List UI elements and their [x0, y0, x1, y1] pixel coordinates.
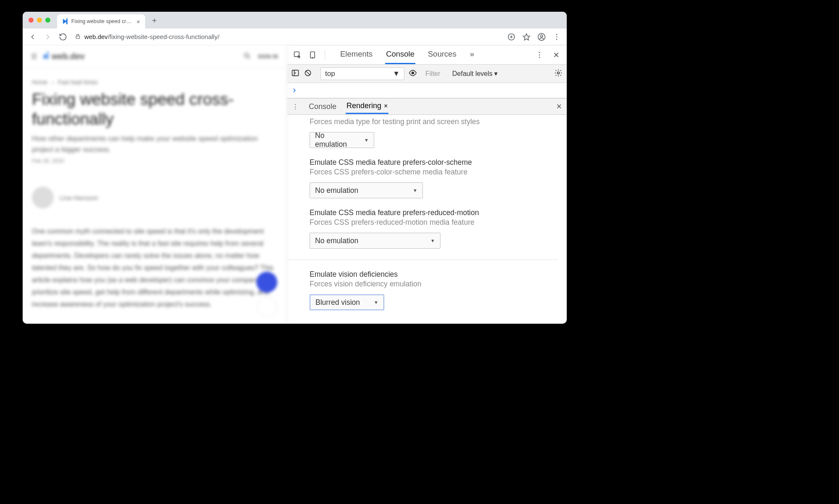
log-levels-select[interactable]: Default levels ▾: [452, 70, 498, 78]
author-name: Lina Hansson: [60, 194, 98, 201]
chevron-down-icon: ▼: [364, 138, 369, 143]
vision-deficiency-sub: Forces vision deficiency emulation: [310, 280, 558, 288]
sign-in-button[interactable]: SIGN IN: [258, 54, 278, 60]
chevron-down-icon: ▼: [430, 238, 435, 243]
bookmark-button[interactable]: [520, 30, 533, 44]
svg-point-20: [558, 72, 560, 74]
tab-sources[interactable]: Sources: [427, 45, 457, 64]
devtools-menu-icon[interactable]: [533, 49, 546, 61]
profile-button[interactable]: [535, 30, 548, 44]
chevron-down-icon: ▼: [413, 188, 417, 193]
execution-context-select[interactable]: top ▼: [320, 68, 404, 80]
drawer-tab-rendering[interactable]: Rendering ×: [346, 99, 388, 114]
chrome-menu-button[interactable]: [550, 30, 563, 44]
tab-console[interactable]: Console: [385, 45, 415, 64]
device-toolbar-icon[interactable]: [306, 49, 319, 61]
live-expression-icon[interactable]: [409, 69, 417, 79]
vision-deficiency-title: Emulate vision deficiencies: [310, 270, 558, 279]
media-type-sub: Forces media type for testing print and …: [310, 117, 558, 126]
media-type-value: No emulation: [315, 131, 357, 149]
breadcrumb-current[interactable]: Fast load times: [58, 79, 98, 86]
prefers-reduced-motion-sub: Forces CSS prefers-reduced-motion media …: [310, 218, 558, 227]
reload-button[interactable]: [56, 30, 70, 44]
url-domain: web.dev: [84, 33, 108, 40]
devtools-panel: Elements Console Sources » × top ▼: [287, 45, 567, 324]
drawer-tabbar: ⋮ Console Rendering × ×: [287, 98, 567, 115]
drawer-menu-icon[interactable]: ⋮: [292, 103, 300, 111]
svg-marker-16: [295, 72, 296, 73]
back-button[interactable]: [26, 30, 39, 44]
author-block: Lina Hansson: [23, 164, 287, 217]
close-drawer-tab-icon[interactable]: ×: [384, 102, 388, 110]
console-settings-icon[interactable]: [554, 69, 563, 79]
install-pwa-button[interactable]: [505, 30, 518, 44]
share-fab[interactable]: [256, 272, 277, 293]
lock-icon: [75, 33, 81, 41]
prefers-reduced-motion-select[interactable]: No emulation ▼: [310, 233, 440, 249]
vision-deficiency-select[interactable]: Blurred vision ▼: [310, 294, 384, 310]
forward-button[interactable]: [41, 30, 55, 44]
chevron-right-icon: ›: [52, 79, 54, 86]
favicon: [62, 18, 68, 24]
more-tabs-icon[interactable]: »: [469, 45, 475, 64]
close-devtools-icon[interactable]: ×: [550, 49, 563, 61]
svg-point-4: [556, 34, 558, 35]
avatar: [32, 187, 54, 208]
devtools-main-tabs: Elements Console Sources »: [339, 45, 475, 64]
chrome-tabbar: Fixing website speed cross-fun × ＋: [23, 12, 567, 29]
console-sidebar-toggle-icon[interactable]: [291, 69, 300, 79]
prefers-color-scheme-select[interactable]: No emulation ▼: [310, 182, 423, 198]
prefers-color-scheme-sub: Forces CSS prefers-color-scheme media fe…: [310, 168, 558, 177]
svg-point-7: [245, 53, 249, 57]
prefers-reduced-motion-title: Emulate CSS media feature prefers-reduce…: [310, 208, 558, 217]
breadcrumb: Home › Fast load times: [23, 68, 287, 90]
webpage-viewport: ☰ web.dev SIGN IN Home › Fast load times…: [23, 45, 287, 324]
svg-point-11: [539, 52, 540, 53]
svg-point-6: [556, 39, 558, 40]
logo-icon: [44, 52, 48, 61]
tab-title: Fixing website speed cross-fun: [71, 18, 133, 24]
close-drawer-icon[interactable]: ×: [556, 101, 562, 112]
rendering-drawer: Forces media type for testing print and …: [287, 115, 567, 324]
fullscreen-window-button[interactable]: [45, 18, 50, 23]
site-brand[interactable]: web.dev: [44, 52, 85, 61]
prefers-reduced-motion-value: No emulation: [315, 236, 358, 245]
close-window-button[interactable]: [29, 18, 34, 23]
console-toolbar: top ▼ Filter Default levels ▾: [287, 65, 567, 83]
chrome-toolbar: web.dev/fixing-website-speed-cross-funct…: [23, 29, 567, 45]
tab-elements[interactable]: Elements: [339, 45, 373, 64]
browser-tab[interactable]: Fixing website speed cross-fun ×: [57, 14, 145, 29]
chevron-down-icon: ▼: [393, 70, 400, 78]
browser-window: Fixing website speed cross-fun × ＋ web.d…: [23, 12, 567, 324]
svg-point-13: [539, 57, 540, 58]
hamburger-icon[interactable]: ☰: [31, 52, 37, 60]
svg-line-18: [306, 71, 310, 75]
vision-deficiency-value: Blurred vision: [315, 298, 360, 307]
site-header: ☰ web.dev SIGN IN: [23, 45, 287, 68]
article-body: One common myth connected to site speed …: [23, 217, 287, 310]
svg-point-19: [412, 71, 414, 74]
clear-console-icon[interactable]: [304, 69, 312, 79]
close-tab-icon[interactable]: ×: [136, 18, 140, 25]
site-name: web.dev: [52, 52, 85, 61]
drawer-tab-console[interactable]: Console: [308, 100, 337, 114]
secondary-fab[interactable]: [257, 297, 277, 317]
media-type-select[interactable]: No emulation ▼: [310, 132, 374, 148]
address-bar[interactable]: web.dev/fixing-website-speed-cross-funct…: [71, 33, 503, 41]
context-value: top: [325, 70, 335, 78]
breadcrumb-home[interactable]: Home: [32, 79, 47, 86]
console-output[interactable]: ›: [287, 83, 567, 98]
prefers-color-scheme-title: Emulate CSS media feature prefers-color-…: [310, 158, 558, 167]
url-path: /fixing-website-speed-cross-functionally…: [108, 33, 219, 40]
new-tab-button[interactable]: ＋: [149, 14, 160, 26]
devtools-tabbar: Elements Console Sources » ×: [287, 45, 567, 65]
page-date: Feb 28, 2020: [23, 158, 287, 164]
search-icon[interactable]: [243, 52, 251, 62]
filter-input[interactable]: Filter: [425, 70, 448, 78]
svg-point-5: [556, 36, 558, 37]
inspect-element-icon[interactable]: [291, 49, 304, 61]
page-title: Fixing website speed cross-functionally: [23, 90, 287, 129]
drawer-tab-rendering-label: Rendering: [347, 101, 381, 110]
page-subtitle: How other departments can help make your…: [23, 129, 287, 158]
minimize-window-button[interactable]: [37, 18, 42, 23]
